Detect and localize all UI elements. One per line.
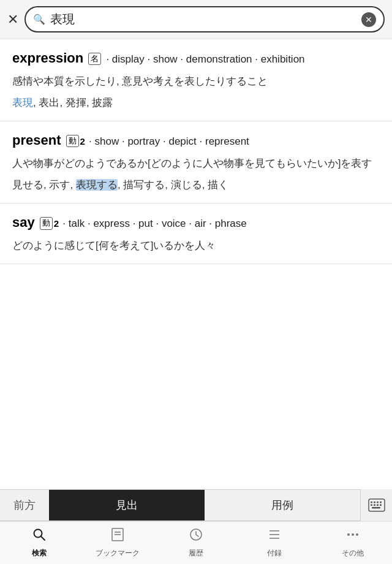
svg-rect-4: [380, 501, 382, 503]
nav-other[interactable]: その他: [314, 527, 392, 558]
entry-present[interactable]: present 動2 · show · portray · depict · r…: [0, 121, 392, 204]
search-nav-icon: [32, 527, 47, 546]
pos-badge-say: 動: [40, 217, 53, 229]
pos-badge-present: 動: [66, 135, 79, 147]
tab-headword[interactable]: 見出: [49, 490, 205, 520]
search-icon: 🔍: [33, 13, 45, 25]
japanese-words-present: 見せる, 示す, 表現する, 描写する, 演じる, 描く: [12, 177, 380, 193]
bookmark-nav-icon: [110, 527, 125, 546]
level-say: 2: [54, 218, 59, 229]
bottom-tab-bar: 前方 見出 用例: [0, 489, 392, 521]
headword-expression: expression: [12, 50, 83, 66]
appendix-nav-icon: [267, 527, 282, 546]
svg-rect-7: [377, 505, 379, 506]
nav-history-label: 履歴: [189, 548, 203, 558]
headword-present: present: [12, 132, 61, 148]
bottom-nav: 検索 ブックマーク 履歴 付録: [0, 521, 392, 564]
definition-present: 人や物事がどのようであるか[どのように人や物事を見てもらいたいか]を表す: [12, 155, 380, 172]
nav-appendix[interactable]: 付録: [235, 527, 314, 558]
keyboard-button[interactable]: [360, 489, 392, 521]
history-nav-icon: [189, 527, 203, 546]
synonyms-say: · talk · express · put · voice · air · p…: [62, 218, 246, 229]
nav-appendix-label: 付録: [267, 548, 282, 558]
nav-other-label: その他: [342, 548, 364, 558]
tab-forward[interactable]: 前方: [0, 490, 49, 520]
svg-rect-8: [380, 505, 382, 506]
clear-button[interactable]: ✕: [361, 12, 376, 27]
search-bar[interactable]: 🔍 表現 ✕: [24, 6, 385, 32]
synonyms-expression: · display · show · demonstration · exhib…: [106, 53, 304, 65]
nav-search[interactable]: 検索: [0, 527, 78, 558]
jp-word-highlighted: 表現: [12, 97, 33, 109]
entry-header-expression: expression 名 · display · show · demonstr…: [12, 49, 380, 68]
header: ✕ 🔍 表現 ✕: [0, 0, 392, 39]
search-query[interactable]: 表現: [50, 11, 356, 28]
headword-say: say: [12, 215, 35, 230]
svg-rect-6: [374, 505, 375, 506]
nav-history[interactable]: 履歴: [157, 527, 235, 558]
svg-point-21: [356, 533, 358, 536]
jp-word-highlighted-present: 表現する: [76, 179, 118, 191]
entry-expression[interactable]: expression 名 · display · show · demonstr…: [0, 39, 392, 121]
nav-bookmark-label: ブックマーク: [96, 548, 140, 558]
definition-expression: 感情や本質を示したり, 意見や考えを表したりすること: [12, 73, 380, 90]
level-present: 2: [80, 136, 85, 147]
svg-point-20: [352, 533, 354, 536]
tab-example[interactable]: 用例: [205, 490, 360, 520]
entry-say[interactable]: say 動2 · talk · express · put · voice · …: [0, 204, 392, 264]
entry-header-present: present 動2 · show · portray · depict · r…: [12, 131, 380, 150]
pos-badge-expression: 名: [88, 53, 101, 65]
svg-rect-9: [372, 507, 380, 509]
entry-header-say: say 動2 · talk · express · put · voice · …: [12, 213, 380, 232]
results-list: expression 名 · display · show · demonstr…: [0, 39, 392, 462]
other-nav-icon: [345, 527, 360, 546]
definition-say: どのように感じて[何を考えて]いるかを人々: [12, 237, 380, 254]
nav-search-label: 検索: [32, 548, 47, 558]
nav-bookmark[interactable]: ブックマーク: [78, 527, 157, 558]
menu-icon[interactable]: ✕: [7, 12, 18, 28]
svg-rect-2: [374, 501, 375, 503]
svg-rect-5: [371, 505, 372, 506]
svg-line-11: [41, 536, 45, 540]
svg-point-19: [347, 533, 350, 536]
synonyms-present: · show · portray · depict · represent: [89, 135, 249, 147]
svg-rect-3: [377, 501, 379, 503]
japanese-words-expression: 表現, 表出, 発揮, 披露: [12, 94, 380, 111]
svg-rect-1: [371, 501, 372, 503]
